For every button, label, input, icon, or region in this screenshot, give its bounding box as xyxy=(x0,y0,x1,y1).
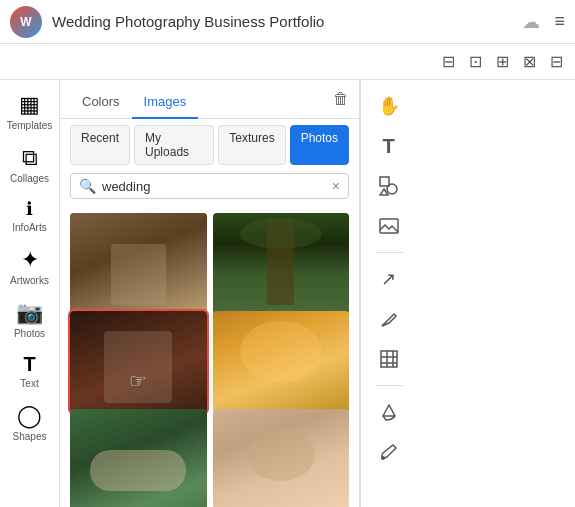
tab-colors[interactable]: Colors xyxy=(70,86,132,119)
clear-search-icon[interactable]: × xyxy=(332,178,340,194)
cloud-icon[interactable]: ☁ xyxy=(522,11,540,33)
subtab-myuploads[interactable]: My Uploads xyxy=(134,125,214,165)
arrow-tool-icon[interactable]: ↗ xyxy=(371,261,407,297)
svg-point-9 xyxy=(381,456,385,460)
menu-icon[interactable]: ≡ xyxy=(554,11,565,32)
ungroup-icon[interactable]: ⊟ xyxy=(546,50,567,73)
sidebar-label-infoarts: InfoArts xyxy=(12,222,46,233)
image-cell-2[interactable] xyxy=(213,213,350,315)
app-logo: W xyxy=(10,6,42,38)
tab-images[interactable]: Images xyxy=(132,86,199,119)
text-icon: T xyxy=(23,353,35,376)
pen-tool-icon[interactable] xyxy=(371,301,407,337)
templates-icon: ▦ xyxy=(19,92,40,118)
search-input[interactable] xyxy=(102,179,326,194)
image-cell-6[interactable] xyxy=(213,409,350,507)
sidebar-item-infoarts[interactable]: ℹ InfoArts xyxy=(3,192,57,239)
topbar: W Wedding Photography Business Portfolio… xyxy=(0,0,575,44)
sidebar-item-templates[interactable]: ▦ Templates xyxy=(3,86,57,137)
search-icon: 🔍 xyxy=(79,178,96,194)
image-cell-3[interactable]: ☞ xyxy=(70,311,207,413)
sidebar-item-collages[interactable]: ⧉ Collages xyxy=(3,139,57,190)
distribute-icon[interactable]: ⊞ xyxy=(492,50,513,73)
sidebar-item-text[interactable]: T Text xyxy=(3,347,57,395)
svg-rect-3 xyxy=(380,219,398,233)
arrange-icon[interactable]: ⊡ xyxy=(465,50,486,73)
sidebar-label-artworks: Artworks xyxy=(10,275,49,286)
trash-icon[interactable]: 🗑 xyxy=(323,90,359,108)
sidebar-label-collages: Collages xyxy=(10,173,49,184)
collages-icon: ⧉ xyxy=(22,145,38,171)
document-title: Wedding Photography Business Portfolio xyxy=(52,13,512,30)
image-cell-4[interactable] xyxy=(213,311,350,413)
hand-tool-icon[interactable]: ✋ xyxy=(371,88,407,124)
paintbucket-tool-icon[interactable] xyxy=(371,394,407,430)
subtabs: Recent My Uploads Textures Photos xyxy=(60,119,359,165)
sidebar-label-templates: Templates xyxy=(7,120,53,131)
toolbar-divider-2 xyxy=(375,385,403,386)
image-grid: ☞ xyxy=(60,207,359,507)
sidebar-item-artworks[interactable]: ✦ Artworks xyxy=(3,241,57,292)
content-panel: Colors Images 🗑 Recent My Uploads Textur… xyxy=(60,80,360,507)
image-cell-5[interactable] xyxy=(70,409,207,507)
right-toolbar: ✋ T ↗ xyxy=(360,80,416,507)
photos-icon: 📷 xyxy=(16,300,43,326)
secondary-toolbar: ⊟ ⊡ ⊞ ⊠ ⊟ xyxy=(0,44,575,80)
sidebar-label-text: Text xyxy=(20,378,38,389)
image-cell-1[interactable] xyxy=(70,213,207,315)
align-icon[interactable]: ⊟ xyxy=(438,50,459,73)
toolbar-divider-1 xyxy=(375,252,403,253)
subtab-textures[interactable]: Textures xyxy=(218,125,285,165)
sidebar-label-photos: Photos xyxy=(14,328,45,339)
main-area: ▦ Templates ⧉ Collages ℹ InfoArts ✦ Artw… xyxy=(0,80,575,507)
left-sidebar: ▦ Templates ⧉ Collages ℹ InfoArts ✦ Artw… xyxy=(0,80,60,507)
svg-rect-4 xyxy=(381,351,397,367)
search-bar: 🔍 × xyxy=(70,173,349,199)
subtab-photos[interactable]: Photos xyxy=(290,125,349,165)
shapes-icon: ◯ xyxy=(17,403,42,429)
shapes-tool-icon[interactable] xyxy=(371,168,407,204)
artworks-icon: ✦ xyxy=(21,247,39,273)
table-tool-icon[interactable] xyxy=(371,341,407,377)
sidebar-item-photos[interactable]: 📷 Photos xyxy=(3,294,57,345)
sidebar-item-shapes[interactable]: ◯ Shapes xyxy=(3,397,57,448)
sidebar-label-shapes: Shapes xyxy=(13,431,47,442)
panel-tabs: Colors Images xyxy=(60,80,323,118)
image-tool-icon[interactable] xyxy=(371,208,407,244)
infoarts-icon: ℹ xyxy=(26,198,33,220)
subtab-recent[interactable]: Recent xyxy=(70,125,130,165)
group-icon[interactable]: ⊠ xyxy=(519,50,540,73)
brush-tool-icon[interactable] xyxy=(371,434,407,470)
text-tool-icon[interactable]: T xyxy=(371,128,407,164)
svg-rect-1 xyxy=(380,177,389,186)
